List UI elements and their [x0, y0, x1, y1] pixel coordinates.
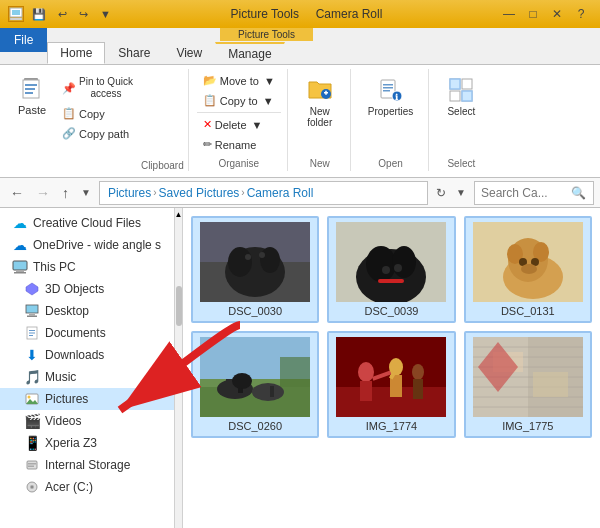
- move-to-icon: 📂: [203, 74, 217, 87]
- sidebar-item-pictures[interactable]: Pictures: [0, 388, 174, 410]
- scroll-track: [176, 223, 182, 528]
- file-item-img1774[interactable]: IMG_1774: [327, 331, 455, 438]
- thumbnail-dsc0260: [200, 337, 310, 417]
- file-label-dsc0039: DSC_0039: [365, 305, 419, 317]
- clipboard-side: 📌 Pin to Quickaccess 📋 Copy 🔗 Copy path: [56, 69, 139, 171]
- svg-rect-12: [383, 84, 393, 86]
- file-item-dsc0260[interactable]: DSC_0260: [191, 331, 319, 438]
- properties-button[interactable]: ℹ Properties: [361, 71, 421, 122]
- nav-back-button[interactable]: ←: [6, 183, 28, 203]
- this-pc-icon: [12, 259, 28, 275]
- path-saved-pictures[interactable]: Saved Pictures: [159, 186, 240, 200]
- open-label: Open: [378, 154, 402, 169]
- thumbnail-img1775: [473, 337, 583, 417]
- address-down-button[interactable]: ▼: [452, 185, 470, 200]
- downloads-icon: ⬇: [24, 347, 40, 363]
- rename-button[interactable]: ✏ Rename: [197, 135, 281, 154]
- quick-access-more[interactable]: ▼: [96, 6, 115, 22]
- minimize-button[interactable]: —: [498, 4, 520, 24]
- file-item-img1775[interactable]: IMG_1775: [464, 331, 592, 438]
- tab-share[interactable]: Share: [105, 42, 163, 64]
- paste-button[interactable]: Paste: [10, 69, 54, 121]
- refresh-button[interactable]: ↻: [432, 184, 450, 202]
- copy-button[interactable]: 📋 Copy: [56, 104, 139, 123]
- search-box[interactable]: 🔍: [474, 181, 594, 205]
- sidebar-item-desktop[interactable]: Desktop: [0, 300, 174, 322]
- ribbon-content: Paste 📌 Pin to Quickaccess 📋 Copy 🔗 Copy…: [0, 65, 600, 178]
- svg-rect-54: [378, 279, 404, 283]
- title-bar: 💾 ↩ ↪ ▼ Picture Tools Camera Roll — □ ✕ …: [0, 0, 600, 28]
- scroll-thumb[interactable]: [176, 286, 182, 326]
- close-button[interactable]: ✕: [546, 4, 568, 24]
- svg-rect-31: [29, 330, 35, 331]
- svg-rect-37: [27, 461, 37, 469]
- desktop-icon: [24, 303, 40, 319]
- copy-to-icon: 📋: [203, 94, 217, 107]
- thumbnail-img1774: [336, 337, 446, 417]
- sidebar-item-music[interactable]: 🎵 Music: [0, 366, 174, 388]
- pin-to-quick-access-button[interactable]: 📌 Pin to Quickaccess: [56, 73, 139, 103]
- tab-home[interactable]: Home: [47, 42, 105, 64]
- svg-point-35: [28, 396, 31, 399]
- sidebar-item-documents[interactable]: Documents: [0, 322, 174, 344]
- svg-rect-97: [533, 372, 568, 397]
- copy-path-icon: 🔗: [62, 127, 76, 140]
- copy-to-button[interactable]: 📋 Copy to ▼: [197, 91, 281, 110]
- search-input[interactable]: [481, 186, 571, 200]
- address-path[interactable]: Pictures › Saved Pictures › Camera Roll: [99, 181, 428, 205]
- sidebar-item-internal-storage[interactable]: Internal Storage: [0, 454, 174, 476]
- delete-button[interactable]: ✕ Delete ▼: [197, 115, 281, 134]
- help-button[interactable]: ?: [570, 4, 592, 24]
- svg-point-64: [521, 264, 537, 274]
- sidebar-scrollbar[interactable]: ▲ ▼: [175, 208, 183, 528]
- sidebar-item-videos[interactable]: 🎬 Videos: [0, 410, 174, 432]
- sidebar-item-this-pc[interactable]: This PC: [0, 256, 174, 278]
- thumbnail-dsc0039: [336, 222, 446, 302]
- tab-manage[interactable]: Manage: [215, 42, 284, 64]
- window-controls: — □ ✕ ?: [498, 4, 592, 24]
- organise-group: 📂 Move to ▼ 📋 Copy to ▼ ✕ Delete ▼ ✏ Ren…: [191, 69, 288, 171]
- sidebar-item-onedrive[interactable]: ☁ OneDrive - wide angle s: [0, 234, 174, 256]
- organise-divider: [197, 112, 281, 113]
- nav-recent-button[interactable]: ▼: [77, 185, 95, 200]
- new-folder-button[interactable]: Newfolder: [298, 71, 342, 133]
- quick-access-save[interactable]: 💾: [28, 6, 50, 23]
- svg-point-72: [232, 373, 252, 389]
- file-label-img1774: IMG_1774: [366, 420, 417, 432]
- clipboard-label: Clipboard: [141, 156, 184, 171]
- svg-rect-18: [462, 79, 472, 89]
- select-group: Select Select: [431, 69, 491, 171]
- sidebar-item-xperia-z3[interactable]: 📱 Xperia Z3: [0, 432, 174, 454]
- nav-forward-button[interactable]: →: [32, 183, 54, 203]
- sidebar-item-downloads[interactable]: ⬇ Downloads: [0, 344, 174, 366]
- sidebar-item-acer-c[interactable]: Acer (C:): [0, 476, 174, 498]
- nav-up-button[interactable]: ↑: [58, 183, 73, 203]
- move-to-button[interactable]: 📂 Move to ▼: [197, 71, 281, 90]
- window-title: Picture Tools Camera Roll: [115, 7, 498, 21]
- quick-access-redo[interactable]: ↪: [75, 6, 92, 23]
- select-button[interactable]: Select: [439, 71, 483, 122]
- file-item-dsc0131[interactable]: DSC_0131: [464, 216, 592, 323]
- properties-icon: ℹ: [377, 76, 405, 104]
- svg-rect-13: [383, 87, 393, 89]
- file-item-dsc0039[interactable]: DSC_0039: [327, 216, 455, 323]
- maximize-button[interactable]: □: [522, 4, 544, 24]
- svg-point-55: [382, 266, 390, 274]
- sidebar-item-creative-cloud[interactable]: ☁ Creative Cloud Files: [0, 212, 174, 234]
- thumbnail-dsc0030: [200, 222, 310, 302]
- svg-point-53: [392, 246, 416, 278]
- scroll-up-button[interactable]: ▲: [173, 208, 185, 221]
- sidebar-item-3d-objects[interactable]: 3D Objects: [0, 278, 174, 300]
- tab-view[interactable]: View: [163, 42, 215, 64]
- organise-label: Organise: [197, 154, 281, 169]
- file-item-dsc0030[interactable]: DSC_0030: [191, 216, 319, 323]
- tab-file[interactable]: File: [0, 28, 47, 52]
- file-label-dsc0260: DSC_0260: [228, 420, 282, 432]
- path-pictures[interactable]: Pictures: [108, 186, 151, 200]
- path-camera-roll[interactable]: Camera Roll: [247, 186, 314, 200]
- documents-icon: [24, 325, 40, 341]
- quick-access-undo[interactable]: ↩: [54, 6, 71, 23]
- select-label: Select: [447, 154, 475, 169]
- svg-rect-76: [270, 386, 274, 397]
- copy-path-button[interactable]: 🔗 Copy path: [56, 124, 139, 143]
